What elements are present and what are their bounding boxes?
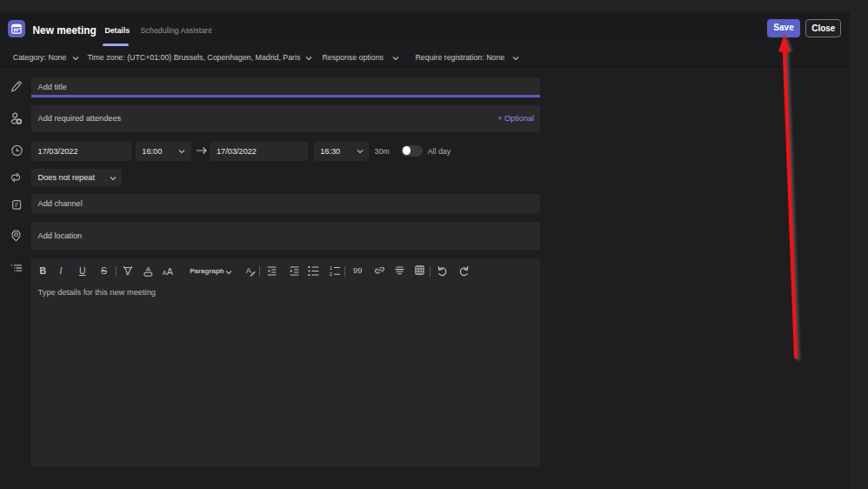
- svg-text:2: 2: [329, 271, 332, 277]
- svg-text:1: 1: [329, 265, 332, 271]
- svg-text:A: A: [145, 265, 150, 273]
- svg-text:A: A: [167, 266, 173, 277]
- svg-text:A: A: [245, 265, 251, 275]
